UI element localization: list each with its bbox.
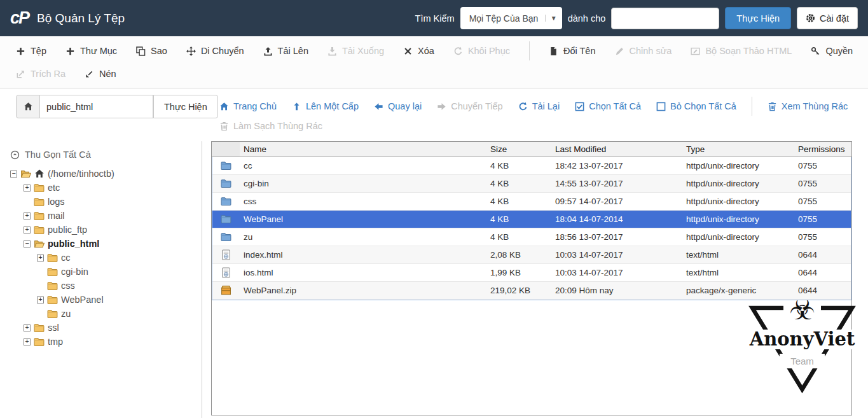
table-row[interactable]: cgi-bin4 KB14:55 13-07-2017httpd/unix-di… [212,175,851,193]
up-one-level-link[interactable]: Lên Một Cấp [292,101,359,111]
settings-button[interactable]: Cài đặt [797,7,858,29]
column-header-name[interactable]: Name [240,142,486,157]
table-row[interactable]: cc4 KB18:42 13-07-2017httpd/unix-directo… [212,157,851,175]
new-file-button[interactable]: Tệp [16,46,46,56]
collapse-icon[interactable]: − [24,240,31,247]
search-scope-select[interactable]: Mọi Tệp Của Bạn ▼ [460,7,562,29]
html-editor-button[interactable]: Bộ Soạn Thảo HTML [691,46,792,56]
table-row[interactable]: index.html2,08 KB10:03 14-07-2017text/ht… [212,246,851,264]
copy-button[interactable]: Sao [136,46,167,56]
tree-item-css[interactable]: css [0,279,202,293]
folder-icon [47,267,58,277]
back-link[interactable]: Quay lại [374,101,422,111]
tree-item-public-ftp[interactable]: +public_ftp [0,223,202,237]
rename-button[interactable]: Đổi Tên [549,46,596,56]
file-modified: 18:56 13-07-2017 [551,228,682,246]
file-name: zu [240,228,486,246]
folder-open-icon [20,169,31,179]
file-size: 4 KB [486,228,551,246]
uplevel-icon [292,102,301,111]
expand-icon[interactable]: + [24,226,31,233]
reload-link[interactable]: Tải Lại [518,101,560,111]
edit-button[interactable]: Chỉnh sửa [615,46,672,56]
tree-item-home-tinhoctb[interactable]: −(/home/tinhoctb) [0,167,202,181]
search-group: Tìm Kiếm Mọi Tệp Của Bạn ▼ dành cho Thực… [415,7,858,29]
new-folder-button[interactable]: Thư Mục [65,46,117,56]
home-path-button[interactable] [16,95,40,118]
toolbar: TệpThư MụcSaoDi ChuyểnTải LênTải XuốngXó… [0,36,868,88]
file-size: 4 KB [486,211,551,228]
tree-item-etc[interactable]: +etc [0,181,202,195]
extract-button[interactable]: Trích Ra [16,69,65,79]
table-row[interactable]: css4 KB09:57 14-07-2017httpd/unix-direct… [212,193,851,211]
unselect-all-label: Bỏ Chọn Tất Cả [670,101,736,111]
move-button[interactable]: Di Chuyển [186,46,244,56]
tree-item-label: cgi-bin [61,267,88,277]
download-icon [327,46,337,56]
view-trash-link[interactable]: Xem Thùng Rác [768,101,848,111]
home-dark-icon [34,169,45,179]
zip-file-icon [221,285,231,296]
tree-item-logs[interactable]: logs [0,195,202,209]
file-name: ios.html [240,264,486,281]
path-input[interactable] [40,95,153,118]
restore-button[interactable]: Khôi Phục [453,46,510,56]
empty-trash-link[interactable]: Làm Sạch Thùng Rác [219,121,322,131]
search-submit-button[interactable]: Thực Hiện [725,7,791,29]
file-type: text/html [682,264,794,281]
delete-button[interactable]: Xóa [403,46,434,56]
view-trash-label: Xem Thùng Rác [782,101,848,111]
tree-item-cc[interactable]: +cc [0,251,202,265]
tree-item-mail[interactable]: +mail [0,209,202,223]
upload-button[interactable]: Tải Lên [263,46,308,56]
tree-item-label: logs [48,197,65,207]
tree-item-public-html[interactable]: −public_html [0,237,202,251]
folder-open-icon [34,239,45,249]
expand-icon[interactable]: + [24,338,31,345]
expand-icon[interactable]: + [37,254,44,261]
column-header-size[interactable]: Size [486,142,551,157]
tree-item-tmp[interactable]: +tmp [0,335,202,349]
key-icon [811,46,820,56]
file-icon-cell [212,175,240,192]
tree-item-webpanel[interactable]: +WebPanel [0,293,202,307]
expand-icon[interactable]: + [37,296,44,303]
collapse-icon[interactable]: − [10,171,17,178]
app-header: cP Bộ Quản Lý Tệp Tìm Kiếm Mọi Tệp Của B… [0,0,868,36]
table-row[interactable]: ios.html1,99 KB10:03 14-07-2017text/html… [212,264,851,282]
expand-icon[interactable]: + [24,185,31,192]
delete-label: Xóa [418,46,434,56]
extract-icon [16,69,25,79]
nav-divider [752,97,752,116]
file-size: 2,08 KB [486,246,551,263]
permissions-button[interactable]: Quyền [811,46,853,56]
column-header-type[interactable]: Type [682,142,794,157]
column-header-permissions[interactable]: Permissions [794,142,851,157]
path-go-button[interactable]: Thực Hiện [153,95,218,118]
file-modified: 18:42 13-07-2017 [551,157,682,174]
file-modified: 20:09 Hôm nay [551,282,682,299]
download-button[interactable]: Tải Xuống [327,46,384,56]
forward-link[interactable]: Chuyển Tiếp [437,101,502,111]
folder-icon [47,253,58,263]
forward-icon [437,102,446,111]
file-type: httpd/unix-directory [682,193,794,210]
unselect-all-link[interactable]: Bỏ Chọn Tất Cả [656,101,736,111]
compress-button[interactable]: Nén [85,69,116,79]
table-row[interactable]: zu4 KB18:56 13-07-2017httpd/unix-directo… [212,228,851,246]
expand-icon[interactable]: + [24,324,31,331]
select-all-link[interactable]: Chọn Tất Cả [575,101,641,111]
collapse-all-button[interactable]: Thu Gọn Tất Cả [0,141,202,167]
expand-icon[interactable]: + [24,212,31,219]
tree-item-ssl[interactable]: +ssl [0,321,202,335]
tree-item-zu[interactable]: zu [0,307,202,321]
column-header-last-modified[interactable]: Last Modified [551,142,682,157]
reload-icon [518,102,528,111]
table-row[interactable]: WebPanel4 KB18:04 14-07-2014httpd/unix-d… [212,211,851,228]
html-file-icon [221,267,231,278]
search-input[interactable] [611,8,719,29]
tree-item-cgi-bin[interactable]: cgi-bin [0,265,202,279]
table-row[interactable]: WebPanel.zip219,02 KB20:09 Hôm naypackag… [212,282,851,300]
empty-trash-label: Làm Sạch Thùng Rác [233,121,322,131]
home-link[interactable]: Trang Chủ [219,101,277,111]
